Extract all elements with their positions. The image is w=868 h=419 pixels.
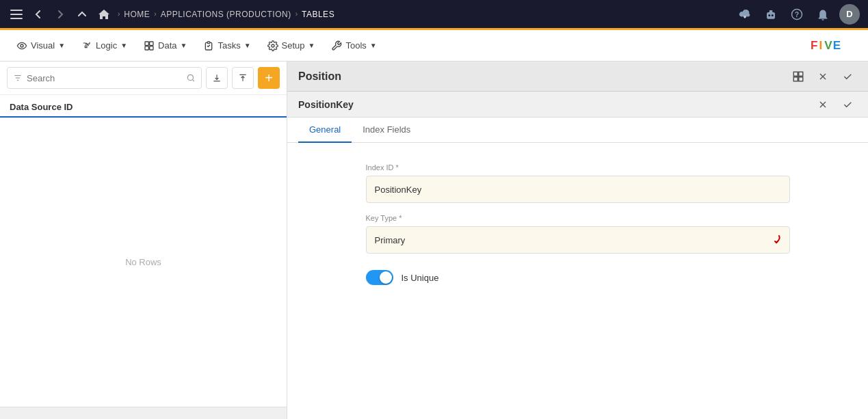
svg-rect-13 xyxy=(150,46,153,49)
breadcrumb-arrow-3: › xyxy=(295,10,298,18)
svg-rect-4 xyxy=(770,10,773,13)
search-box[interactable] xyxy=(7,67,202,89)
search-icon xyxy=(186,73,196,83)
sub-panel-title: PositionKey xyxy=(298,99,354,110)
is-unique-label: Is Unique xyxy=(402,273,439,283)
sub-panel-header: PositionKey xyxy=(287,92,868,118)
is-unique-toggle[interactable] xyxy=(366,270,393,285)
sub-panel-actions xyxy=(813,95,857,114)
add-button[interactable]: + xyxy=(258,67,280,89)
nav-setup-arrow: ▼ xyxy=(308,42,315,49)
breadcrumb-tables[interactable]: TABLES xyxy=(302,10,334,19)
is-unique-row: Is Unique xyxy=(366,265,790,290)
svg-text:V: V xyxy=(824,39,832,52)
download-button[interactable] xyxy=(206,67,228,89)
nav-item-visual[interactable]: Visual ▼ xyxy=(10,36,72,55)
svg-point-6 xyxy=(772,14,774,16)
toggle-knob xyxy=(380,271,392,284)
nav-tools-arrow: ▼ xyxy=(370,42,377,49)
sidebar-toolbar: + xyxy=(0,62,287,95)
panel-header: Position xyxy=(287,62,868,92)
svg-rect-23 xyxy=(799,72,803,76)
panel-title: Position xyxy=(298,70,341,83)
search-input[interactable] xyxy=(27,73,182,83)
cloud-icon[interactable] xyxy=(735,5,754,24)
user-avatar[interactable]: D xyxy=(839,4,860,25)
nav-menu-items: Visual ▼ Logic ▼ Data ▼ Tasks ▼ Setup ▼ xyxy=(10,36,384,55)
form-area: Index ID * Key Type * Primary xyxy=(287,143,868,419)
panel-close-button[interactable] xyxy=(813,67,832,86)
subpanel-close-button[interactable] xyxy=(813,95,832,114)
key-type-field-group: Key Type * Primary xyxy=(366,214,790,254)
key-type-select[interactable]: Primary xyxy=(366,226,790,254)
breadcrumb: › HOME › APPLICATIONS (PRODUCTION) › TAB… xyxy=(118,10,730,19)
nav-tasks-arrow: ▼ xyxy=(244,42,251,49)
forward-icon[interactable] xyxy=(52,6,68,23)
five-logo: F I V E xyxy=(811,36,858,55)
left-sidebar: + Data Source ID No Rows xyxy=(0,62,287,419)
svg-rect-0 xyxy=(10,10,23,11)
breadcrumb-apps[interactable]: APPLICATIONS (PRODUCTION) xyxy=(161,10,291,19)
breadcrumb-home[interactable]: HOME xyxy=(124,10,150,19)
bot-icon[interactable] xyxy=(761,5,780,24)
nav-item-logic[interactable]: Logic ▼ xyxy=(75,36,134,55)
panel-confirm-button[interactable] xyxy=(838,67,857,86)
key-type-label: Key Type * xyxy=(366,214,790,222)
nav-visual-label: Visual xyxy=(31,40,55,51)
key-type-value: Primary xyxy=(375,235,406,245)
svg-point-5 xyxy=(768,14,770,16)
nav-tasks-label: Tasks xyxy=(218,40,240,51)
svg-text:?: ? xyxy=(795,10,799,18)
breadcrumb-arrow-1: › xyxy=(118,10,120,18)
nav-data-arrow: ▼ xyxy=(181,42,187,49)
help-icon[interactable]: ? xyxy=(787,5,806,24)
tab-index-fields[interactable]: Index Fields xyxy=(352,118,421,143)
back-icon[interactable] xyxy=(30,6,47,23)
grid-view-button[interactable] xyxy=(789,67,808,86)
svg-rect-24 xyxy=(793,77,798,81)
secondary-navigation: Visual ▼ Logic ▼ Data ▼ Tasks ▼ Setup ▼ xyxy=(0,30,868,62)
top-navigation-bar: › HOME › APPLICATIONS (PRODUCTION) › TAB… xyxy=(0,0,868,30)
nav-data-label: Data xyxy=(158,40,176,51)
home-icon[interactable] xyxy=(96,6,112,23)
nav-item-data[interactable]: Data ▼ xyxy=(137,36,194,55)
sidebar-header: Data Source ID xyxy=(0,95,287,118)
svg-rect-25 xyxy=(799,77,803,81)
svg-rect-22 xyxy=(793,72,798,76)
tab-index-fields-label: Index Fields xyxy=(363,124,410,135)
nav-logic-label: Logic xyxy=(96,40,117,51)
nav-item-tasks[interactable]: Tasks ▼ xyxy=(196,36,257,55)
no-rows-label: No Rows xyxy=(125,257,161,267)
index-id-label: Index ID * xyxy=(366,163,790,172)
up-icon[interactable] xyxy=(74,6,90,23)
notification-icon[interactable] xyxy=(813,5,832,24)
key-type-select-wrapper: Primary xyxy=(366,226,790,254)
index-id-input[interactable] xyxy=(366,176,790,203)
svg-text:I: I xyxy=(819,39,822,52)
sidebar-empty-state: No Rows xyxy=(0,118,287,407)
nav-logic-arrow: ▼ xyxy=(120,42,127,49)
right-panel: Position PositionKey xyxy=(287,62,868,419)
sidebar-footer xyxy=(0,407,287,419)
svg-text:F: F xyxy=(811,39,817,52)
svg-point-21 xyxy=(187,75,193,80)
tab-general[interactable]: General xyxy=(298,118,352,143)
svg-rect-12 xyxy=(145,46,148,49)
tab-general-label: General xyxy=(309,124,341,135)
nav-item-tools[interactable]: Tools ▼ xyxy=(324,36,383,55)
svg-rect-1 xyxy=(10,14,23,15)
sidebar-column-label: Data Source ID xyxy=(10,102,73,112)
svg-text:E: E xyxy=(833,39,841,52)
sub-panel: PositionKey General Index Fields xyxy=(287,92,868,143)
svg-rect-2 xyxy=(10,18,23,19)
menu-icon[interactable] xyxy=(8,6,25,23)
filter-icon xyxy=(13,73,23,83)
nav-visual-arrow: ▼ xyxy=(58,42,65,49)
subpanel-confirm-button[interactable] xyxy=(838,95,857,114)
breadcrumb-arrow-2: › xyxy=(154,10,156,18)
svg-point-9 xyxy=(21,44,23,47)
upload-button[interactable] xyxy=(232,67,254,89)
nav-item-setup[interactable]: Setup ▼ xyxy=(261,36,322,55)
tabs-bar: General Index Fields xyxy=(287,118,868,143)
svg-rect-3 xyxy=(767,12,775,19)
